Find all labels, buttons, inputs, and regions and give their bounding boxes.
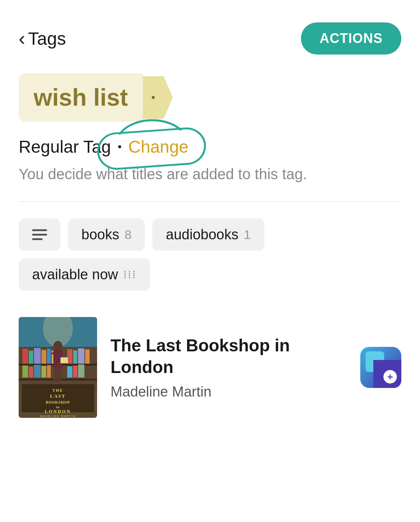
header: ‹ Tags ACTIONS (0, 0, 420, 66)
svg-rect-29 (60, 357, 68, 363)
svg-text:THE: THE (52, 388, 63, 392)
add-icon: + (383, 370, 397, 383)
svg-rect-14 (22, 366, 28, 377)
svg-rect-6 (47, 349, 51, 364)
book-cover: New York Times BESTSELLER (19, 317, 97, 418)
back-button[interactable]: ‹ Tags (19, 27, 66, 50)
svg-text:LONDON: LONDON (45, 409, 71, 414)
hamburger-line-1 (32, 229, 47, 231)
svg-rect-8 (67, 349, 72, 364)
book-list: New York Times BESTSELLER (0, 310, 420, 425)
svg-text:MADELINE MARTIN: MADELINE MARTIN (40, 415, 75, 417)
back-label: Tags (28, 28, 66, 49)
svg-rect-13 (19, 379, 97, 380)
book-cover-art: New York Times BESTSELLER (19, 317, 97, 418)
tag-description: You decide what titles are added to this… (0, 164, 420, 184)
wish-list-badge: wish list (19, 73, 143, 122)
svg-text:in: in (56, 405, 60, 409)
tag-arrow-decoration: • (143, 76, 173, 119)
change-circle-annotation: • Change (111, 137, 189, 157)
tag-type-row: Regular Tag • Change (19, 137, 401, 157)
svg-rect-20 (73, 366, 77, 377)
svg-rect-28 (58, 369, 61, 382)
tag-dot: • (151, 91, 155, 104)
filter-tabs-row1: books 8 audiobooks 1 (0, 218, 420, 251)
tag-title-area: wish list • (0, 66, 420, 133)
svg-rect-26 (52, 352, 63, 354)
sort-filter-tab[interactable] (19, 218, 60, 251)
sort-icon (32, 229, 47, 240)
svg-rect-4 (34, 348, 41, 364)
books-filter-tab[interactable]: books 8 (68, 218, 145, 251)
hamburger-line-2 (32, 234, 47, 236)
svg-text:LAST: LAST (50, 393, 66, 399)
add-book-button[interactable]: + (360, 347, 401, 388)
svg-rect-21 (78, 364, 84, 377)
change-link[interactable]: Change (128, 137, 189, 157)
svg-rect-5 (41, 350, 46, 364)
available-now-filter-tab[interactable]: available now ⁞⁞⁞ (19, 258, 150, 291)
svg-rect-19 (67, 366, 72, 377)
available-now-filter-icon: ⁞⁞⁞ (123, 268, 137, 281)
actions-button[interactable]: ACTIONS (301, 22, 401, 55)
audiobooks-tab-label: audiobooks (166, 227, 238, 243)
section-divider (19, 201, 401, 202)
book-author: Madeline Martin (111, 384, 347, 400)
svg-rect-15 (29, 367, 33, 377)
svg-rect-11 (85, 349, 90, 364)
books-tab-label: books (81, 227, 119, 243)
book-item: New York Times BESTSELLER (19, 317, 401, 418)
back-chevron-icon: ‹ (19, 27, 25, 50)
tag-name: wish list (34, 84, 128, 111)
tag-type-area: Regular Tag • Change (0, 133, 420, 160)
filter-tabs-row2: available now ⁞⁞⁞ (0, 258, 420, 291)
svg-rect-3 (29, 351, 33, 364)
hamburger-line-3 (32, 238, 43, 240)
svg-rect-17 (41, 366, 46, 377)
svg-rect-27 (55, 369, 57, 382)
book-info: The Last Bookshop in London Madeline Mar… (111, 335, 347, 400)
svg-rect-18 (47, 365, 51, 377)
audiobooks-tab-count: 1 (244, 227, 251, 242)
svg-rect-9 (73, 350, 77, 364)
change-dot: • (118, 140, 122, 153)
book-cover-illustration: THE LAST BOOKSHOP in LONDON MADELINE MAR… (19, 317, 97, 418)
svg-rect-10 (78, 348, 84, 364)
svg-rect-16 (34, 365, 41, 377)
audiobooks-filter-tab[interactable]: audiobooks 1 (152, 218, 264, 251)
svg-point-24 (53, 341, 62, 351)
books-tab-count: 8 (124, 227, 131, 242)
book-title: The Last Bookshop in London (111, 335, 347, 378)
svg-rect-2 (22, 349, 28, 364)
svg-text:BOOKSHOP: BOOKSHOP (46, 400, 70, 404)
available-now-label: available now (32, 267, 118, 283)
